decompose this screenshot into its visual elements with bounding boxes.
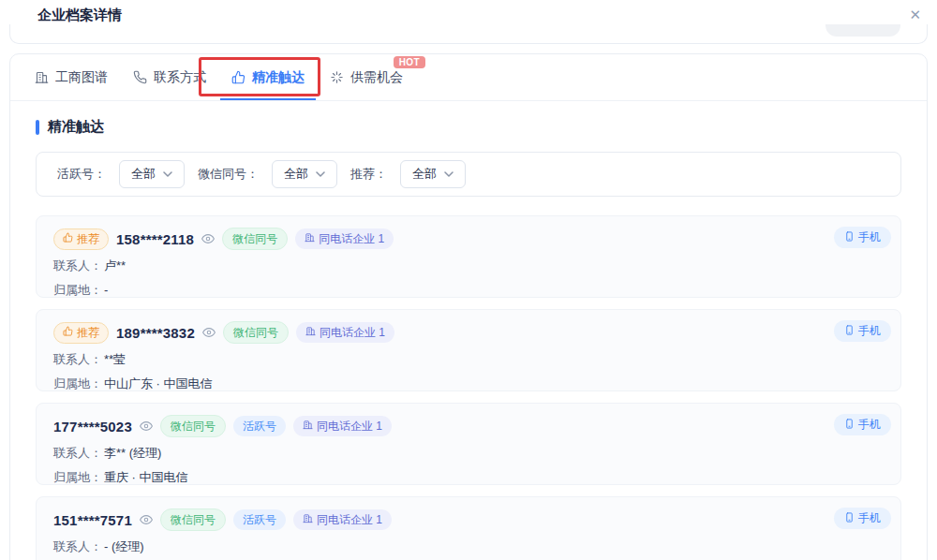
tag-label: 活跃号 — [243, 511, 276, 528]
chevron-down-icon — [444, 171, 454, 177]
mobile-icon — [844, 419, 855, 432]
contact-person-row: 联系人：李** (经理) — [53, 445, 884, 462]
mobile-phone-button[interactable]: 手机 — [834, 227, 891, 248]
mobile-phone-button[interactable]: 手机 — [834, 414, 891, 435]
tag-active-number: 活跃号 — [233, 416, 286, 436]
tag-label: 同电话企业 1 — [317, 418, 382, 435]
mobile-phone-button[interactable]: 手机 — [834, 508, 891, 529]
filter-selected-value: 全部 — [131, 166, 156, 183]
mobile-phone-button-label: 手机 — [858, 510, 881, 526]
location-label: 归属地： — [53, 376, 102, 391]
tab-label: 工商图谱 — [55, 69, 108, 86]
tab-label: 精准触达 — [252, 69, 305, 86]
recommend-badge: 推荐 — [53, 228, 109, 250]
tag-label: 活跃号 — [243, 418, 276, 435]
tab-content: 精准触达 活跃号：全部微信同号：全部推荐：全部 推荐158****2118微信同… — [10, 118, 927, 560]
tag-same-phone-company: 同电话企业 1 — [295, 228, 394, 249]
thumb-up-icon — [63, 326, 73, 339]
filter-recommend-select[interactable]: 全部 — [400, 160, 466, 188]
recommend-badge: 推荐 — [53, 322, 109, 344]
section-header: 精准触达 — [36, 118, 901, 136]
tab-bar: 工商图谱联系方式精准触达供需机会HOT — [10, 54, 927, 101]
truncated-button[interactable] — [825, 24, 900, 37]
location-row: 归属地：重庆 · 中国电信 — [53, 469, 884, 486]
contact-person-label: 联系人： — [53, 352, 102, 366]
tag-wechat-same: 微信同号 — [223, 321, 289, 344]
contact-card: 推荐189****3832微信同号同电话企业 1联系人：**莹归属地：中山广东 … — [36, 309, 901, 391]
page-title: 企业档案详情 — [37, 7, 122, 24]
mobile-icon — [844, 231, 855, 244]
tab-label: 联系方式 — [154, 69, 206, 86]
tag-same-phone-company: 同电话企业 1 — [296, 322, 394, 343]
contact-person-value: - (经理) — [104, 539, 144, 553]
tag-same-phone-company: 同电话企业 1 — [293, 416, 392, 436]
detail-panel: 工商图谱联系方式精准触达供需机会HOT 精准触达 活跃号：全部微信同号：全部推荐… — [9, 53, 928, 560]
phone-number: 158****2118 — [116, 231, 194, 247]
active-tab-underline — [220, 98, 316, 100]
contact-main-row: 177****5023微信同号活跃号同电话企业 1 — [53, 415, 884, 437]
filter-selected-value: 全部 — [412, 166, 437, 183]
eye-icon[interactable] — [201, 232, 215, 245]
filter-label-active-number: 活跃号： — [57, 166, 106, 183]
eye-icon[interactable] — [140, 420, 153, 433]
contact-list: 推荐158****2118微信同号同电话企业 1联系人：卢**归属地：-手机推荐… — [36, 215, 901, 560]
contact-person-label: 联系人： — [53, 258, 102, 273]
tag-wechat-same: 微信同号 — [160, 415, 226, 437]
contact-person-row: 联系人：**莹 — [53, 351, 884, 368]
tag-label: 微信同号 — [171, 418, 216, 435]
eye-icon[interactable] — [202, 326, 216, 339]
mobile-icon — [844, 512, 855, 525]
filter-wechat-same-select[interactable]: 全部 — [272, 160, 337, 188]
tab-contact-info[interactable]: 联系方式 — [133, 54, 206, 100]
building-icon — [303, 418, 313, 435]
tag-active-number: 活跃号 — [233, 509, 286, 530]
contact-person-row: 联系人：卢** — [53, 258, 884, 274]
tag-label: 同电话企业 1 — [320, 324, 385, 341]
tag-same-phone-company: 同电话企业 1 — [293, 509, 392, 530]
filter-bar: 活跃号：全部微信同号：全部推荐：全部 — [36, 152, 901, 197]
phone-icon — [133, 70, 147, 84]
phone-number: 151****7571 — [53, 512, 132, 528]
location-row: 归属地：中山广东 · 中国电信 — [53, 376, 884, 392]
mobile-icon — [844, 325, 855, 338]
location-row: 归属地：- — [53, 282, 884, 299]
building-icon — [303, 511, 313, 528]
mobile-phone-button-label: 手机 — [858, 323, 881, 339]
location-label: 归属地： — [53, 470, 102, 484]
section-title: 精准触达 — [48, 118, 104, 136]
building-icon — [305, 324, 316, 341]
recommend-badge-label: 推荐 — [77, 325, 99, 341]
thumb-up-icon — [231, 70, 245, 84]
tab-supply-demand[interactable]: 供需机会HOT — [330, 54, 403, 100]
phone-number: 177****5023 — [53, 419, 132, 435]
contact-person-label: 联系人： — [53, 539, 102, 553]
tab-business-graph[interactable]: 工商图谱 — [35, 54, 108, 100]
tag-label: 微信同号 — [171, 511, 216, 528]
previous-card-remnant — [9, 24, 928, 44]
phone-number: 189****3832 — [116, 325, 195, 341]
contact-person-value: 卢** — [104, 258, 126, 273]
chevron-down-icon — [163, 171, 172, 177]
filter-selected-value: 全部 — [284, 166, 308, 183]
contact-card: 177****5023微信同号活跃号同电话企业 1联系人：李** (经理)归属地… — [36, 403, 901, 485]
hot-badge: HOT — [394, 56, 425, 68]
tag-wechat-same: 微信同号 — [160, 508, 226, 531]
mobile-phone-button[interactable]: 手机 — [834, 320, 891, 342]
thumb-up-icon — [63, 232, 73, 245]
building-icon — [305, 230, 315, 247]
location-value: 中山广东 · 中国电信 — [104, 376, 213, 391]
tag-label: 微信同号 — [233, 324, 278, 341]
filter-active-number-select[interactable]: 全部 — [119, 160, 185, 188]
location-value: - — [104, 283, 108, 297]
tab-precise-reach[interactable]: 精准触达 — [231, 54, 305, 100]
tab-label: 供需机会 — [350, 69, 403, 86]
contact-main-row: 推荐189****3832微信同号同电话企业 1 — [53, 321, 884, 344]
filter-label-wechat-same: 微信同号： — [198, 166, 259, 183]
tag-label: 同电话企业 1 — [319, 230, 384, 247]
contact-card: 推荐158****2118微信同号同电话企业 1联系人：卢**归属地：-手机 — [36, 215, 901, 298]
mobile-phone-button-label: 手机 — [858, 229, 881, 245]
tag-wechat-same: 微信同号 — [222, 228, 288, 250]
sparkle-icon — [330, 70, 344, 84]
close-icon[interactable]: ✕ — [906, 5, 924, 24]
eye-icon[interactable] — [140, 513, 153, 526]
